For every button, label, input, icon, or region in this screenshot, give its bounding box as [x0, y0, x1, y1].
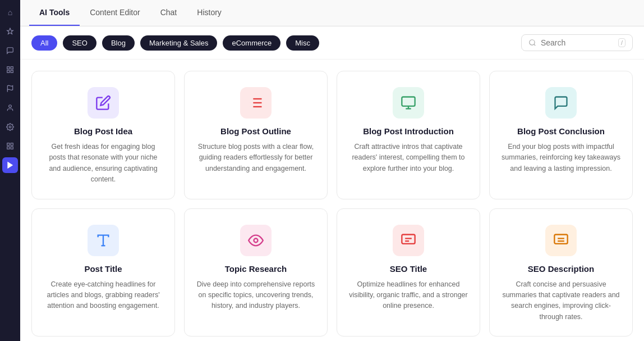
settings-icon[interactable]: [2, 119, 18, 135]
card-icon-blog-post-outline: [240, 87, 272, 119]
play-icon[interactable]: [2, 157, 18, 173]
card-desc-seo-description: Craft concise and persuasive summaries t…: [501, 279, 621, 323]
svg-line-13: [534, 44, 536, 46]
card-post-title[interactable]: Post Title Create eye-catching headlines…: [31, 208, 175, 337]
svg-marker-11: [8, 162, 12, 169]
card-desc-blog-post-outline: Structure blog posts with a clear flow, …: [196, 142, 316, 174]
svg-rect-3: [11, 70, 13, 72]
tab-bar: AI Tools Content Editor Chat History: [20, 0, 644, 26]
svg-rect-0: [7, 67, 10, 69]
card-desc-blog-post-conclusion: End your blog posts with impactful summa…: [501, 142, 621, 174]
svg-rect-1: [11, 67, 13, 69]
card-seo-description[interactable]: SEO Description Craft concise and persua…: [489, 208, 633, 337]
layers-icon[interactable]: [2, 62, 18, 78]
card-desc-topic-research: Dive deep into comprehensive reports on …: [196, 279, 316, 312]
card-blog-post-conclusion[interactable]: Blog Post Conclusion End your blog posts…: [489, 71, 633, 199]
card-icon-seo-description: [545, 225, 577, 256]
grid-icon[interactable]: [2, 138, 18, 154]
card-icon-blog-post-conclusion: [545, 87, 577, 119]
search-box: /: [521, 34, 633, 51]
card-desc-post-title: Create eye-catching headlines for articl…: [43, 279, 163, 312]
search-shortcut: /: [618, 38, 625, 47]
svg-rect-2: [7, 70, 10, 72]
card-desc-seo-title: Optimize headlines for enhanced visibili…: [348, 279, 468, 312]
card-icon-seo-title: [393, 225, 424, 256]
tab-history[interactable]: History: [187, 0, 232, 26]
card-title-blog-post-introduction: Blog Post Introduction: [363, 126, 454, 136]
svg-rect-9: [7, 147, 10, 149]
filter-seo[interactable]: SEO: [63, 35, 96, 51]
tab-chat[interactable]: Chat: [150, 0, 187, 26]
filter-ecommerce[interactable]: eCommerce: [223, 35, 280, 51]
card-title-blog-post-outline: Blog Post Outline: [220, 126, 291, 136]
cards-container: Blog Post Idea Get fresh ideas for engag…: [20, 60, 644, 341]
main-content: AI Tools Content Editor Chat History All…: [20, 0, 644, 341]
filter-all[interactable]: All: [31, 35, 57, 51]
card-blog-post-idea[interactable]: Blog Post Idea Get fresh ideas for engag…: [31, 71, 175, 199]
filter-bar: All SEO Blog Marketing & Sales eCommerce…: [20, 26, 644, 60]
bubbles-icon[interactable]: [2, 43, 18, 58]
tab-content-editor[interactable]: Content Editor: [80, 0, 150, 26]
pin-icon[interactable]: [2, 24, 18, 39]
card-title-blog-post-conclusion: Blog Post Conclusion: [517, 126, 605, 136]
card-title-post-title: Post Title: [84, 264, 122, 274]
filter-marketing[interactable]: Marketing & Sales: [140, 35, 218, 51]
user-icon[interactable]: [2, 100, 18, 116]
card-topic-research[interactable]: Topic Research Dive deep into comprehens…: [184, 208, 328, 337]
search-icon: [528, 39, 536, 47]
card-title-blog-post-idea: Blog Post Idea: [74, 126, 132, 136]
svg-rect-26: [402, 234, 415, 243]
svg-point-12: [530, 40, 535, 45]
svg-point-25: [254, 238, 258, 242]
svg-rect-29: [554, 234, 567, 243]
cards-grid: Blog Post Idea Get fresh ideas for engag…: [31, 71, 633, 337]
card-title-topic-research: Topic Research: [225, 264, 287, 274]
card-icon-post-title: [88, 225, 119, 256]
svg-rect-20: [402, 97, 415, 106]
search-input[interactable]: [541, 38, 614, 47]
card-desc-blog-post-introduction: Craft attractive intros that captivate r…: [348, 142, 468, 174]
card-title-seo-title: SEO Title: [390, 264, 427, 274]
card-icon-blog-post-introduction: [393, 87, 424, 119]
svg-rect-10: [11, 147, 13, 149]
filter-blog[interactable]: Blog: [102, 35, 135, 51]
card-icon-blog-post-idea: [88, 87, 119, 119]
card-title-seo-description: SEO Description: [528, 264, 594, 274]
filter-misc[interactable]: Misc: [286, 35, 319, 51]
svg-rect-7: [7, 143, 10, 146]
card-desc-blog-post-idea: Get fresh ideas for engaging blog posts …: [43, 142, 163, 185]
svg-point-6: [9, 126, 11, 128]
card-icon-topic-research: [240, 225, 272, 256]
flag-icon[interactable]: [2, 81, 18, 97]
tab-ai-tools[interactable]: AI Tools: [29, 0, 80, 26]
card-seo-title[interactable]: SEO Title Optimize headlines for enhance…: [337, 208, 480, 337]
home-icon[interactable]: ⌂: [2, 4, 18, 20]
card-blog-post-outline[interactable]: Blog Post Outline Structure blog posts w…: [184, 71, 328, 199]
card-blog-post-introduction[interactable]: Blog Post Introduction Craft attractive …: [337, 71, 480, 199]
sidebar: ⌂: [0, 0, 20, 341]
svg-point-5: [9, 105, 12, 108]
svg-rect-8: [11, 143, 13, 146]
